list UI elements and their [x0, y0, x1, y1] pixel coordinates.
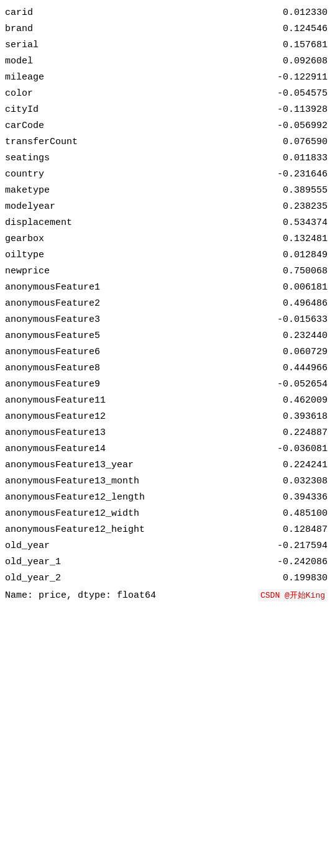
table-row: anonymousFeature9-0.052654 — [0, 377, 335, 393]
field-name: old_year_1 — [5, 555, 61, 570]
field-name: carCode — [5, 119, 44, 134]
field-value: 0.076590 — [283, 135, 328, 150]
footer-brand: CSDN @开始King — [258, 589, 328, 601]
table-row: serial0.157681 — [0, 37, 335, 53]
field-value: 0.394336 — [283, 490, 328, 505]
field-value: 0.060729 — [283, 345, 328, 360]
table-row: displacement0.534374 — [0, 215, 335, 231]
field-value: 0.006181 — [283, 280, 328, 295]
table-row: anonymousFeature110.462009 — [0, 393, 335, 409]
field-value: 0.128487 — [283, 523, 328, 537]
field-value: -0.217594 — [277, 539, 328, 554]
field-name: color — [5, 86, 33, 101]
field-value: 0.496486 — [283, 296, 328, 311]
field-value: 0.238235 — [283, 199, 328, 214]
field-value: 0.462009 — [283, 393, 328, 408]
field-name: cityId — [5, 103, 39, 117]
field-name: brand — [5, 22, 33, 37]
field-value: 0.485100 — [283, 506, 328, 521]
field-name: anonymousFeature8 — [5, 361, 100, 376]
table-row: country-0.231646 — [0, 167, 335, 183]
field-value: -0.056992 — [277, 119, 328, 134]
field-value: 0.444966 — [283, 361, 328, 376]
field-value: 0.534374 — [283, 216, 328, 231]
table-row: carid0.012330 — [0, 5, 335, 21]
table-row: anonymousFeature20.496486 — [0, 296, 335, 312]
table-row: old_year-0.217594 — [0, 538, 335, 554]
field-name: newprice — [5, 264, 50, 279]
field-name: anonymousFeature14 — [5, 442, 106, 457]
field-name: anonymousFeature12_length — [5, 490, 145, 505]
table-row: transferCount0.076590 — [0, 134, 335, 150]
field-name: anonymousFeature5 — [5, 329, 100, 344]
field-value: -0.231646 — [277, 167, 328, 182]
field-value: 0.092608 — [283, 54, 328, 69]
footer-label: Name: price, dtype: float64 — [5, 590, 156, 601]
field-name: old_year_2 — [5, 571, 61, 586]
field-value: 0.032308 — [283, 474, 328, 489]
table-row: carCode-0.056992 — [0, 118, 335, 134]
table-row: anonymousFeature80.444966 — [0, 360, 335, 377]
table-row: anonymousFeature3-0.015633 — [0, 312, 335, 328]
field-value: 0.389555 — [283, 183, 328, 198]
table-row: oiltype0.012849 — [0, 247, 335, 263]
footer-row: Name: price, dtype: float64CSDN @开始King — [0, 588, 335, 603]
data-table: carid0.012330brand0.124546serial0.157681… — [0, 0, 335, 608]
field-name: old_year — [5, 539, 50, 554]
field-value: 0.157681 — [283, 38, 328, 53]
table-row: mileage-0.122911 — [0, 70, 335, 86]
table-row: anonymousFeature130.224887 — [0, 425, 335, 441]
field-name: maketype — [5, 183, 50, 198]
field-value: -0.036081 — [277, 442, 328, 457]
table-row: anonymousFeature12_width0.485100 — [0, 506, 335, 522]
field-value: 0.124546 — [283, 22, 328, 37]
field-name: anonymousFeature12_width — [5, 506, 139, 521]
table-row: anonymousFeature60.060729 — [0, 344, 335, 360]
field-name: serial — [5, 38, 39, 53]
table-row: seatings0.011833 — [0, 150, 335, 167]
field-name: gearbox — [5, 232, 44, 247]
table-row: maketype0.389555 — [0, 183, 335, 199]
table-row: anonymousFeature50.232440 — [0, 328, 335, 344]
field-value: 0.132481 — [283, 232, 328, 247]
field-value: 0.224887 — [283, 426, 328, 441]
field-name: anonymousFeature1 — [5, 280, 100, 295]
field-name: anonymousFeature2 — [5, 296, 100, 311]
field-value: -0.122911 — [277, 70, 328, 85]
table-row: anonymousFeature12_length0.394336 — [0, 490, 335, 506]
field-value: 0.232440 — [283, 329, 328, 344]
field-value: -0.113928 — [277, 103, 328, 117]
table-row: old_year_20.199830 — [0, 570, 335, 587]
table-row: brand0.124546 — [0, 21, 335, 37]
field-name: anonymousFeature13_year — [5, 458, 134, 473]
field-value: -0.015633 — [277, 313, 328, 327]
field-name: anonymousFeature9 — [5, 377, 100, 392]
field-value: -0.054575 — [277, 86, 328, 101]
field-name: model — [5, 54, 33, 69]
field-name: anonymousFeature12 — [5, 409, 106, 424]
field-value: -0.052654 — [277, 377, 328, 392]
field-name: modelyear — [5, 199, 55, 214]
field-name: seatings — [5, 151, 50, 166]
table-row: color-0.054575 — [0, 86, 335, 102]
table-row: anonymousFeature12_height0.128487 — [0, 522, 335, 538]
field-name: displacement — [5, 216, 72, 231]
field-value: 0.011833 — [283, 151, 328, 166]
table-row: model0.092608 — [0, 53, 335, 70]
field-name: anonymousFeature12_height — [5, 523, 145, 537]
table-row: gearbox0.132481 — [0, 231, 335, 247]
field-value: 0.199830 — [283, 571, 328, 586]
table-row: old_year_1-0.242086 — [0, 554, 335, 570]
field-value: 0.012849 — [283, 248, 328, 263]
field-name: anonymousFeature11 — [5, 393, 106, 408]
field-name: oiltype — [5, 248, 44, 263]
table-row: newprice0.750068 — [0, 263, 335, 280]
field-value: 0.012330 — [283, 6, 328, 21]
table-row: modelyear0.238235 — [0, 199, 335, 215]
field-name: anonymousFeature6 — [5, 345, 100, 360]
field-name: anonymousFeature13_month — [5, 474, 139, 489]
field-value: 0.393618 — [283, 409, 328, 424]
field-name: anonymousFeature3 — [5, 313, 100, 327]
field-name: country — [5, 167, 44, 182]
table-row: anonymousFeature13_year0.224241 — [0, 457, 335, 473]
